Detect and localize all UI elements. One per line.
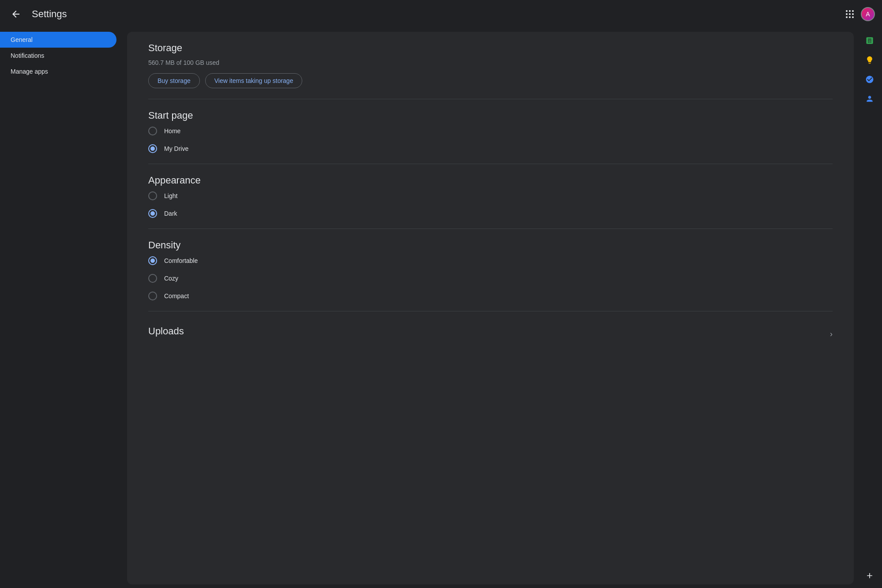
sidebar-item-general[interactable]: General — [0, 32, 116, 48]
appearance-light-radio[interactable] — [148, 191, 157, 200]
buy-storage-button[interactable]: Buy storage — [148, 73, 200, 88]
view-items-button[interactable]: View items taking up storage — [205, 73, 303, 88]
storage-used-text: 560.7 MB of 100 GB used — [148, 59, 833, 66]
density-cozy-radio[interactable] — [148, 274, 157, 283]
sidebar-item-manage-apps[interactable]: Manage apps — [0, 64, 116, 79]
header-left: Settings — [7, 5, 67, 23]
uploads-row[interactable]: Uploads › — [148, 322, 833, 346]
density-radio-group: Comfortable Cozy Compact — [148, 256, 833, 300]
right-sidebar-contacts-icon[interactable] — [861, 90, 878, 108]
start-page-mydrive-label: My Drive — [164, 145, 188, 152]
storage-button-group: Buy storage View items taking up storage — [148, 73, 833, 88]
content-wrapper: Storage 560.7 MB of 100 GB used Buy stor… — [124, 28, 882, 588]
appearance-radio-group: Light Dark — [148, 191, 833, 218]
appearance-dark-radio[interactable] — [148, 209, 157, 218]
appearance-dark-label: Dark — [164, 210, 177, 217]
start-page-home-radio[interactable] — [148, 127, 157, 135]
appearance-title: Appearance — [148, 175, 833, 186]
start-page-title: Start page — [148, 110, 833, 121]
start-page-mydrive-option[interactable]: My Drive — [148, 144, 833, 153]
density-title: Density — [148, 240, 833, 251]
uploads-title: Uploads — [148, 326, 184, 337]
appearance-section: Appearance Light Dark — [148, 175, 833, 218]
appearance-dark-option[interactable]: Dark — [148, 209, 833, 218]
density-compact-radio[interactable] — [148, 292, 157, 300]
back-button[interactable] — [7, 5, 25, 23]
start-page-home-label: Home — [164, 127, 180, 135]
density-cozy-label: Cozy — [164, 275, 178, 282]
start-page-home-option[interactable]: Home — [148, 127, 833, 135]
apps-grid-button[interactable] — [842, 7, 857, 22]
app-header: Settings A — [0, 0, 882, 28]
sidebar: General Notifications Manage apps — [0, 28, 124, 588]
density-compact-label: Compact — [164, 292, 189, 300]
right-sidebar-keep-icon[interactable] — [861, 51, 878, 69]
density-cozy-option[interactable]: Cozy — [148, 274, 833, 283]
divider-4 — [148, 311, 833, 311]
storage-title: Storage — [148, 42, 833, 54]
start-page-mydrive-radio[interactable] — [148, 144, 157, 153]
page-title: Settings — [32, 8, 67, 20]
appearance-light-option[interactable]: Light — [148, 191, 833, 200]
divider-2 — [148, 164, 833, 164]
main-layout: General Notifications Manage apps Storag… — [0, 28, 882, 588]
density-comfortable-option[interactable]: Comfortable — [148, 256, 833, 265]
density-section: Density Comfortable Cozy Compact — [148, 240, 833, 300]
main-content: Storage 560.7 MB of 100 GB used Buy stor… — [127, 32, 854, 584]
divider-3 — [148, 228, 833, 229]
avatar[interactable]: A — [861, 7, 875, 21]
right-sidebar-add-button[interactable] — [861, 567, 878, 584]
storage-section: Storage 560.7 MB of 100 GB used Buy stor… — [148, 42, 833, 88]
start-page-section: Start page Home My Drive — [148, 110, 833, 153]
header-right: A — [842, 7, 875, 22]
density-comfortable-label: Comfortable — [164, 257, 198, 264]
right-sidebar-sheets-icon[interactable] — [861, 32, 878, 49]
appearance-light-label: Light — [164, 192, 177, 199]
sidebar-item-notifications[interactable]: Notifications — [0, 48, 116, 64]
chevron-right-icon: › — [830, 330, 833, 339]
uploads-section: Uploads › — [148, 322, 833, 346]
start-page-radio-group: Home My Drive — [148, 127, 833, 153]
divider-1 — [148, 99, 833, 99]
right-sidebar-tasks-icon[interactable] — [861, 71, 878, 88]
grid-icon — [846, 10, 854, 18]
right-sidebar — [857, 28, 882, 588]
density-comfortable-radio[interactable] — [148, 256, 157, 265]
density-compact-option[interactable]: Compact — [148, 292, 833, 300]
